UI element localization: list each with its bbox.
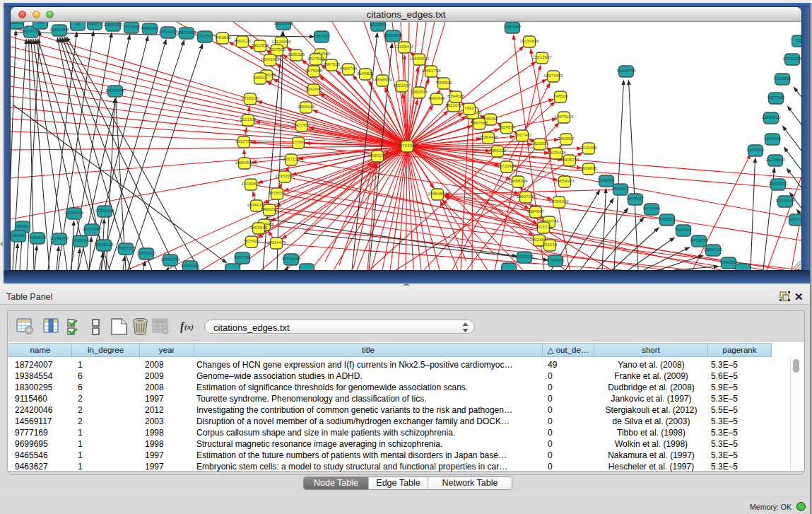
svg-text:7462: 7462 xyxy=(464,105,474,110)
svg-text:13226058: 13226058 xyxy=(271,39,291,44)
svg-text:7625402: 7625402 xyxy=(243,238,261,243)
svg-text:6466160: 6466160 xyxy=(141,25,159,30)
svg-text:16671355: 16671355 xyxy=(177,30,196,35)
svg-text:15720407: 15720407 xyxy=(497,163,517,168)
svg-text:16914479: 16914479 xyxy=(266,240,286,245)
svg-text:18: 18 xyxy=(76,22,81,26)
svg-text:9146821: 9146821 xyxy=(357,71,375,76)
svg-text:10958107: 10958107 xyxy=(136,250,156,255)
svg-text:9227342: 9227342 xyxy=(767,95,785,100)
svg-text:1145194: 1145194 xyxy=(72,238,89,243)
svg-text:1362615: 1362615 xyxy=(411,89,428,94)
svg-text:7357224: 7357224 xyxy=(313,33,331,38)
svg-text:9474444: 9474444 xyxy=(643,206,661,211)
svg-text:15716485: 15716485 xyxy=(281,256,301,261)
svg-text:16543362: 16543362 xyxy=(260,57,280,62)
svg-text:16033: 16033 xyxy=(11,22,23,25)
svg-text:16033809: 16033809 xyxy=(273,22,293,25)
svg-text:16210643: 16210643 xyxy=(765,157,785,162)
svg-text:9129966: 9129966 xyxy=(774,76,792,81)
svg-text:11325419: 11325419 xyxy=(394,44,414,49)
svg-text:16648764: 16648764 xyxy=(616,68,636,73)
svg-text:2935114: 2935114 xyxy=(659,216,676,221)
svg-text:20206536: 20206536 xyxy=(64,210,84,215)
svg-text:1010755: 1010755 xyxy=(235,139,253,144)
svg-text:106: 106 xyxy=(37,22,45,25)
svg-text:3675685: 3675685 xyxy=(305,68,323,73)
svg-text:16154838: 16154838 xyxy=(519,38,539,43)
svg-text:15751024: 15751024 xyxy=(782,56,801,61)
svg-text:7463822: 7463822 xyxy=(214,35,232,40)
svg-text:15692971: 15692971 xyxy=(768,181,788,186)
svg-text:19654982: 19654982 xyxy=(235,160,254,165)
svg-text:20975887: 20975887 xyxy=(82,226,102,231)
svg-text:6794028: 6794028 xyxy=(447,93,465,98)
svg-text:39154: 39154 xyxy=(12,233,25,238)
svg-text:9699695: 9699695 xyxy=(580,165,598,170)
svg-text:9457791: 9457791 xyxy=(234,255,252,259)
svg-text:8878334: 8878334 xyxy=(269,190,286,195)
svg-text:20053346: 20053346 xyxy=(105,88,125,93)
svg-text:18807249: 18807249 xyxy=(516,194,536,199)
svg-text:19166825: 19166825 xyxy=(241,181,261,186)
svg-text:1409948: 1409948 xyxy=(250,225,268,230)
svg-text:8322037: 8322037 xyxy=(394,83,411,88)
svg-text:10973493: 10973493 xyxy=(543,73,563,78)
svg-text:85061: 85061 xyxy=(16,223,29,228)
svg-text:9245652: 9245652 xyxy=(720,259,738,264)
svg-text:9242848: 9242848 xyxy=(305,86,323,91)
svg-text:100371: 100371 xyxy=(88,22,102,25)
svg-text:17016504: 17016504 xyxy=(775,198,795,203)
svg-text:3624554: 3624554 xyxy=(498,124,516,129)
svg-text:12093822: 12093822 xyxy=(761,115,781,119)
svg-text:20364436: 20364436 xyxy=(478,134,498,139)
svg-text:10807487: 10807487 xyxy=(512,132,532,137)
svg-text:17957223: 17957223 xyxy=(116,245,136,250)
svg-text:11923446: 11923446 xyxy=(180,263,200,268)
svg-text:12975115: 12975115 xyxy=(554,114,574,119)
svg-text:7632621: 7632621 xyxy=(675,227,693,232)
svg-text:18300295: 18300295 xyxy=(367,153,387,158)
svg-text:16782759: 16782759 xyxy=(160,257,180,262)
svg-text:6879197: 6879197 xyxy=(627,196,645,201)
svg-text:751552: 751552 xyxy=(198,33,213,38)
svg-text:9115460: 9115460 xyxy=(580,145,597,150)
svg-text:20691406: 20691406 xyxy=(49,27,69,32)
svg-text:8427552: 8427552 xyxy=(293,122,311,127)
svg-text:1221336: 1221336 xyxy=(240,117,257,122)
svg-text:10025438: 10025438 xyxy=(546,150,566,155)
svg-text:5498222: 5498222 xyxy=(261,206,278,211)
svg-text:748506: 748506 xyxy=(553,93,568,98)
svg-text:252214: 252214 xyxy=(543,242,558,247)
svg-text:15888520: 15888520 xyxy=(372,77,392,82)
svg-text:62160: 62160 xyxy=(534,141,546,146)
svg-text:8912954: 8912954 xyxy=(252,42,269,47)
svg-text:1167534: 1167534 xyxy=(788,216,801,221)
svg-text:7986322: 7986322 xyxy=(489,148,507,153)
svg-text:17359924: 17359924 xyxy=(95,208,114,213)
svg-text:12342757: 12342757 xyxy=(49,235,69,240)
svg-text:98901: 98901 xyxy=(254,75,266,80)
svg-text:10654112: 10654112 xyxy=(703,247,723,252)
svg-text:1244415: 1244415 xyxy=(764,136,782,141)
svg-text:12353594: 12353594 xyxy=(275,173,295,178)
svg-text:1621072: 1621072 xyxy=(445,103,463,107)
svg-text:1733426: 1733426 xyxy=(547,257,565,262)
svg-text:2803144: 2803144 xyxy=(298,104,315,109)
svg-text:2087682: 2087682 xyxy=(504,24,522,29)
svg-text:18495756: 18495756 xyxy=(560,157,579,162)
svg-text:9327503: 9327503 xyxy=(269,47,286,52)
svg-text:16640910: 16640910 xyxy=(409,56,429,61)
svg-text:9084067: 9084067 xyxy=(527,209,545,214)
svg-text:164095: 164095 xyxy=(599,177,614,182)
svg-text:19384554: 19384554 xyxy=(428,191,447,196)
svg-text:12213967: 12213967 xyxy=(532,54,552,59)
svg-text:8454749: 8454749 xyxy=(340,66,358,71)
svg-text:9463627: 9463627 xyxy=(558,136,575,141)
svg-text:2367608: 2367608 xyxy=(323,62,341,66)
svg-text:1156829: 1156829 xyxy=(29,235,46,240)
svg-text:8660123: 8660123 xyxy=(234,38,252,43)
svg-text:10756928: 10756928 xyxy=(549,199,569,204)
svg-text:8990448: 8990448 xyxy=(428,95,446,100)
svg-text:12505135: 12505135 xyxy=(94,242,114,247)
